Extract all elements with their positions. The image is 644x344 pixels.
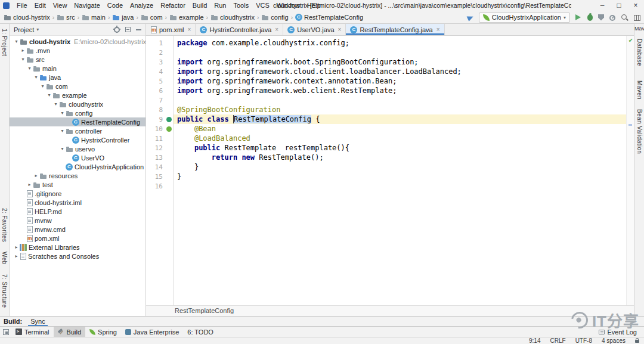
code-line-8[interactable]: @SpringBootConfiguration xyxy=(174,105,634,114)
bean-config-gutter-icon[interactable] xyxy=(166,117,172,122)
tree-item-gitignore[interactable]: .gitignore xyxy=(10,189,145,198)
tree-item-resources[interactable]: ▸resources xyxy=(10,171,145,180)
tree-item-com[interactable]: ▾com xyxy=(10,82,145,91)
tree-item-hystrixcontroller[interactable]: HystrixController xyxy=(10,135,145,144)
code-line-6[interactable]: import org.springframework.web.client.Re… xyxy=(174,86,634,95)
coverage-icon[interactable] xyxy=(598,14,604,21)
file-encoding[interactable]: UTF-8 xyxy=(575,337,592,344)
hide-panel-icon[interactable] xyxy=(136,29,141,30)
stripe-7-structure[interactable]: 7: Structure xyxy=(1,274,8,308)
tree-item-cloudhystrixapplication[interactable]: CloudHystrixApplication xyxy=(10,162,145,171)
tree-item-config[interactable]: ▾config xyxy=(10,109,145,117)
tree-expanded-icon[interactable]: ▾ xyxy=(46,92,52,98)
tab-uservo-java[interactable]: UserVO.java× xyxy=(283,24,346,35)
tree-collapsed-icon[interactable]: ▸ xyxy=(13,253,20,259)
stripe-1-project[interactable]: 1: Project xyxy=(1,29,8,56)
code-line-12[interactable]: public RestTemplate restTemplate(){ xyxy=(174,143,634,153)
tree-item-src[interactable]: ▾src xyxy=(10,55,145,64)
breadcrumb-item-src[interactable]: src xyxy=(55,14,76,21)
tree-item-test[interactable]: ▸test xyxy=(10,180,145,189)
breadcrumb-item-cloudhystrix[interactable]: cloudhystrix xyxy=(209,14,256,21)
tree-collapsed-icon[interactable]: ▸ xyxy=(26,182,33,187)
build-tab-sync[interactable]: Sync xyxy=(28,317,47,326)
breadcrumb-item-java[interactable]: java xyxy=(111,14,135,21)
settings-gear-icon[interactable] xyxy=(114,27,120,33)
tree-collapsed-icon[interactable]: ▸ xyxy=(13,244,20,250)
window-layout-icon[interactable] xyxy=(634,15,640,21)
breadcrumb-item-config[interactable]: config xyxy=(260,14,289,21)
tab-pom-xml[interactable]: pom.xml× xyxy=(146,24,196,35)
bean-gutter-icon[interactable] xyxy=(166,126,172,132)
profiler-icon[interactable] xyxy=(609,15,615,21)
code-line-9[interactable]: public class RestTemplateConfig { xyxy=(174,114,634,124)
breadcrumb-item-cloud-hystrix[interactable]: cloud-hystrix xyxy=(2,14,51,21)
tree-item-resttemplateconfig[interactable]: RestTemplateConfig xyxy=(10,117,145,126)
chevron-down-icon[interactable]: ▾ xyxy=(36,27,39,32)
tree-item-scratches-and-consoles[interactable]: ▸Scratches and Consoles xyxy=(10,252,145,261)
close-icon[interactable]: × xyxy=(338,26,342,33)
tree-expanded-icon[interactable]: ▾ xyxy=(39,83,46,89)
code-line-10[interactable]: @Bean xyxy=(174,124,634,134)
tree-expanded-icon[interactable]: ▾ xyxy=(59,146,66,151)
tree-expanded-icon[interactable]: ▾ xyxy=(59,128,66,134)
menu-build[interactable]: Build xyxy=(189,0,210,11)
stripe-maven[interactable]: Maven xyxy=(636,80,643,100)
stripe-web[interactable]: Web xyxy=(1,252,8,265)
tool-button-java-enterprise[interactable]: Java Enterprise xyxy=(121,327,183,337)
code-area[interactable]: package com.example.cloudhystrix.config;… xyxy=(174,36,634,305)
tree-expanded-icon[interactable]: ▾ xyxy=(13,39,20,44)
stripe-bean-validation[interactable]: Bean Validation xyxy=(636,109,643,154)
tree-item-mvnw-cmd[interactable]: mvnw.cmd xyxy=(10,225,145,234)
menu-tools[interactable]: Tools xyxy=(230,0,252,11)
menu-code[interactable]: Code xyxy=(104,0,126,11)
breadcrumb-item-example[interactable]: example xyxy=(168,14,205,21)
highlight-stripe-mark[interactable] xyxy=(628,124,632,126)
code-line-16[interactable] xyxy=(174,181,634,191)
tree-item-uservo[interactable]: UserVO xyxy=(10,153,145,162)
code-line-14[interactable]: } xyxy=(174,162,634,172)
search-icon[interactable] xyxy=(621,14,628,21)
code-line-13[interactable]: return new RestTemplate(); xyxy=(174,153,634,162)
lock-icon[interactable] xyxy=(635,340,639,343)
code-line-2[interactable] xyxy=(174,48,634,57)
code-line-4[interactable]: import org.springframework.cloud.client.… xyxy=(174,67,634,76)
right-stripe-corner[interactable]: Mav xyxy=(634,26,644,32)
close-icon[interactable]: × xyxy=(188,26,191,33)
tree-item-external-libraries[interactable]: ▸External Libraries xyxy=(10,243,145,252)
menu-analyze[interactable]: Analyze xyxy=(126,0,157,11)
tree-expanded-icon[interactable]: ▾ xyxy=(59,110,66,116)
breadcrumb-item-com[interactable]: com xyxy=(140,14,164,21)
code-line-15[interactable]: } xyxy=(174,172,634,181)
menu-file[interactable]: File xyxy=(13,0,31,11)
breadcrumb-item-main[interactable]: main xyxy=(80,14,107,21)
tree-expanded-icon[interactable]: ▾ xyxy=(26,66,33,71)
close-icon[interactable]: × xyxy=(436,26,440,33)
menu-vcs[interactable]: VCS xyxy=(252,0,273,11)
code-line-11[interactable]: @LoadBalanced xyxy=(174,134,634,143)
tree-item-mvnw[interactable]: mvnw xyxy=(10,216,145,225)
tool-button-terminal[interactable]: Terminal xyxy=(11,327,54,337)
menu-view[interactable]: View xyxy=(49,0,71,11)
minimize-button[interactable]: – xyxy=(594,0,611,11)
close-button[interactable]: × xyxy=(627,0,644,11)
tree-expanded-icon[interactable]: ▾ xyxy=(52,101,59,107)
code-line-3[interactable]: import org.springframework.boot.SpringBo… xyxy=(174,57,634,67)
editor-breadcrumb[interactable]: RestTemplateConfig xyxy=(146,305,634,316)
menu-edit[interactable]: Edit xyxy=(31,0,49,11)
stripe-2-favorites[interactable]: 2: Favorites xyxy=(1,208,8,242)
tree-item-uservo[interactable]: ▾uservo xyxy=(10,144,145,153)
tree-item-java[interactable]: ▾java xyxy=(10,73,145,82)
collapse-all-icon[interactable] xyxy=(125,27,131,32)
menu-run[interactable]: Run xyxy=(210,0,230,11)
code-line-7[interactable] xyxy=(174,95,634,105)
tree-item-cloud-hystrix-iml[interactable]: cloud-hystrix.iml xyxy=(10,198,145,207)
code-line-5[interactable]: import org.springframework.context.annot… xyxy=(174,76,634,86)
error-stripe[interactable]: ✔ xyxy=(626,36,634,305)
tree-collapsed-icon[interactable]: ▸ xyxy=(20,48,26,53)
tree-item-pom-xml[interactable]: pom.xml xyxy=(10,234,145,243)
navigate-pointer-icon[interactable] xyxy=(466,14,474,21)
stripe-database[interactable]: Database xyxy=(636,39,643,66)
tree-item-main[interactable]: ▾main xyxy=(10,64,145,73)
debug-icon[interactable] xyxy=(587,14,593,21)
maximize-button[interactable]: □ xyxy=(611,0,627,11)
